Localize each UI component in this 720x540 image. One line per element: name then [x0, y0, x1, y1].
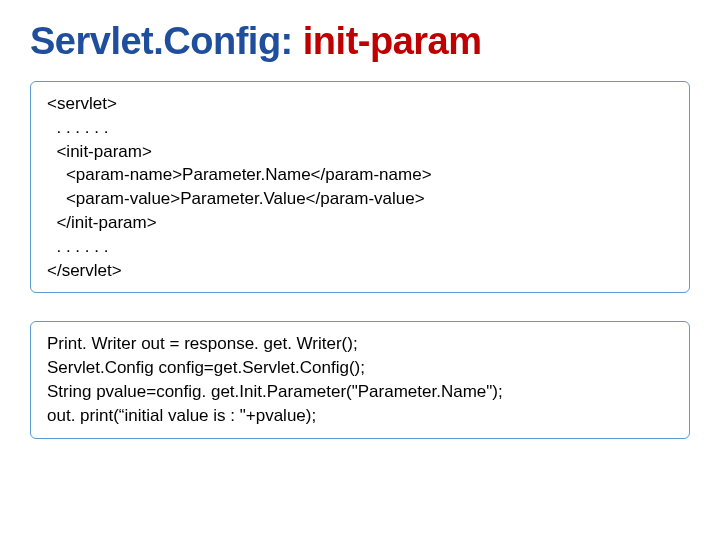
code-line: . . . . . .: [47, 237, 108, 256]
code-line: <init-param>: [47, 142, 152, 161]
code-line: Print. Writer out = response. get. Write…: [47, 334, 358, 353]
title-part1: Servlet.Config:: [30, 20, 303, 62]
xml-config-box: <servlet> . . . . . . <init-param> <para…: [30, 81, 690, 293]
code-line: out. print(“initial value is : "+pvalue)…: [47, 406, 316, 425]
code-line: </servlet>: [47, 261, 122, 280]
java-code-box: Print. Writer out = response. get. Write…: [30, 321, 690, 438]
code-line: </init-param>: [47, 213, 157, 232]
page-title: Servlet.Config: init-param: [30, 20, 690, 63]
code-line: String pvalue=config. get.Init.Parameter…: [47, 382, 503, 401]
code-line: . . . . . .: [47, 118, 108, 137]
code-line: Servlet.Config config=get.Servlet.Config…: [47, 358, 365, 377]
code-line: <servlet>: [47, 94, 117, 113]
code-line: <param-name>Parameter.Name</param-name>: [47, 165, 432, 184]
code-line: <param-value>Parameter.Value</param-valu…: [47, 189, 425, 208]
title-part2: init-param: [303, 20, 482, 62]
